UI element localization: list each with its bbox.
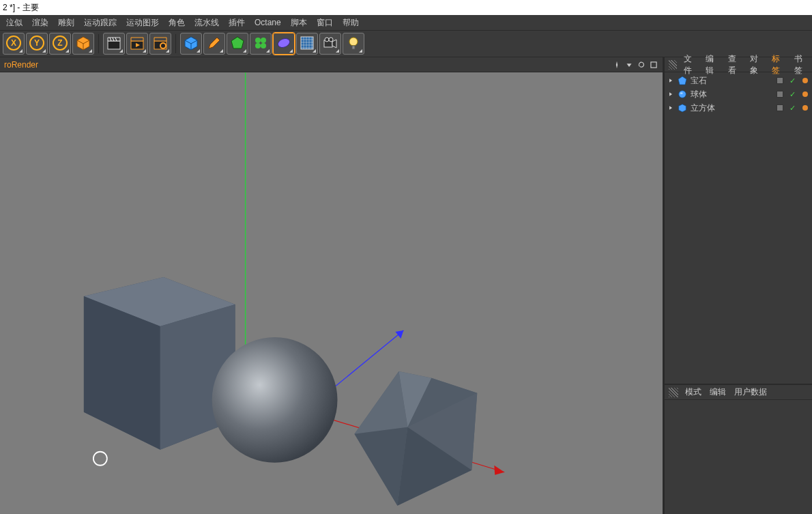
- dropdown-corner-icon: [220, 49, 223, 53]
- main-menubar: 泣似渲染雕刻运动跟踪运动图形角色流水线插件Octane脚本窗口帮助: [0, 15, 812, 30]
- menu-item-4[interactable]: 运动图形: [121, 16, 164, 30]
- svg-marker-19: [154, 38, 166, 41]
- object-row-gem[interactable]: 宝石✓: [665, 74, 812, 87]
- toolbar-button-bean-purple[interactable]: [273, 33, 295, 55]
- window-titlebar: 2 *] - 主要: [0, 0, 812, 15]
- svg-rect-31: [301, 37, 313, 49]
- menu-item-8[interactable]: Octane: [250, 16, 286, 29]
- svg-point-26: [255, 38, 261, 43]
- toolbar-group-2: [177, 33, 367, 55]
- svg-point-72: [680, 92, 683, 94]
- dropdown-corner-icon: [336, 49, 339, 53]
- toolbar-group-1: [100, 33, 174, 55]
- sphere-icon: [677, 89, 688, 100]
- toolbar-button-cube-orange[interactable]: [72, 33, 94, 55]
- right-panel: 文件编辑查看对象标签书签 宝石✓球体✓立方体✓ 模式编辑用户数据: [663, 57, 812, 514]
- panel-grip-icon[interactable]: [669, 388, 678, 397]
- toolbar-button-cube-blue[interactable]: [180, 33, 202, 55]
- dropdown-corner-icon: [19, 49, 23, 53]
- toolbar-separator: [98, 34, 99, 53]
- toolbar-button-polygon-green[interactable]: [227, 33, 248, 55]
- toolbar-button-axis-y[interactable]: Y: [26, 33, 48, 55]
- svg-marker-25: [231, 37, 244, 48]
- menu-item-5[interactable]: 角色: [164, 16, 190, 30]
- window-title: 2 *] - 主要: [3, 2, 39, 14]
- object-manager-panel: 文件编辑查看对象标签书签 宝石✓球体✓立方体✓: [665, 57, 812, 385]
- menu-item-7[interactable]: 插件: [224, 16, 250, 30]
- layer-swatch-icon[interactable]: [777, 104, 783, 111]
- maximize-icon[interactable]: [649, 60, 658, 70]
- scene-sphere[interactable]: [212, 337, 338, 463]
- dropdown-corner-icon: [197, 49, 200, 53]
- attribute-manager-body: [665, 400, 812, 514]
- svg-point-43: [329, 38, 333, 42]
- svg-point-30: [276, 37, 291, 48]
- dropdown-corner-icon: [266, 49, 270, 53]
- tag-dot-icon[interactable]: [802, 91, 808, 97]
- expand-icon[interactable]: [667, 91, 674, 97]
- dropdown-corner-icon: [359, 49, 362, 53]
- svg-point-28: [255, 43, 261, 48]
- layer-swatch-icon[interactable]: [777, 77, 783, 84]
- svg-marker-70: [669, 92, 672, 96]
- toolbar-button-clapper-basic[interactable]: [103, 33, 125, 55]
- dropdown-corner-icon: [119, 49, 123, 53]
- attr-menu-item[interactable]: 模式: [681, 385, 706, 399]
- dropdown-corner-icon: [66, 49, 69, 53]
- svg-marker-48: [638, 65, 640, 66]
- visibility-check-icon[interactable]: ✓: [789, 90, 796, 99]
- toolbar-button-pen[interactable]: [203, 33, 225, 55]
- menu-item-2[interactable]: 雕刻: [53, 16, 79, 30]
- menu-item-6[interactable]: 流水线: [190, 16, 224, 30]
- panel-grip-icon[interactable]: [669, 60, 677, 70]
- dropdown-corner-icon: [143, 49, 146, 53]
- down-icon[interactable]: [624, 60, 634, 70]
- object-list[interactable]: 宝石✓球体✓立方体✓: [665, 72, 812, 384]
- svg-marker-16: [131, 38, 143, 41]
- visibility-check-icon[interactable]: ✓: [789, 104, 796, 113]
- attr-menu-item[interactable]: 用户数据: [730, 385, 771, 399]
- object-row-cube[interactable]: 立方体✓: [665, 101, 812, 115]
- toolbar-button-clapper-play[interactable]: [126, 33, 148, 55]
- object-row-sphere[interactable]: 球体✓: [665, 87, 812, 101]
- svg-point-27: [261, 38, 266, 43]
- toolbar-button-video-camera[interactable]: [319, 33, 341, 55]
- attribute-manager-panel: 模式编辑用户数据: [665, 385, 812, 514]
- svg-marker-73: [669, 106, 672, 109]
- menu-item-0[interactable]: 泣似: [1, 16, 27, 30]
- toolbar-button-axis-z[interactable]: Z: [49, 33, 71, 55]
- visibility-check-icon[interactable]: ✓: [789, 76, 796, 85]
- viewport-titlebar: roRender: [0, 57, 663, 72]
- tag-dot-icon[interactable]: [802, 78, 808, 83]
- viewport-area: roRender: [0, 57, 663, 514]
- toolbar-group-0: XYZ: [0, 33, 97, 55]
- toolbar-button-lightbulb[interactable]: [343, 33, 364, 55]
- menu-item-9[interactable]: 脚本: [286, 16, 312, 30]
- tag-dot-icon[interactable]: [802, 105, 808, 111]
- expand-icon[interactable]: [667, 105, 674, 111]
- toolbar-button-axis-x[interactable]: X: [3, 33, 25, 55]
- menu-item-3[interactable]: 运动跟踪: [79, 16, 121, 30]
- attr-menu-item[interactable]: 编辑: [706, 385, 730, 399]
- dropdown-corner-icon: [289, 49, 293, 53]
- toolbar-button-clapper-gear[interactable]: [149, 33, 171, 55]
- toolbar-button-clover[interactable]: [250, 33, 272, 55]
- cube-icon: [677, 102, 688, 113]
- layer-swatch-icon[interactable]: [777, 91, 783, 98]
- toolbar-button-grid[interactable]: [296, 33, 318, 55]
- menu-item-10[interactable]: 窗口: [312, 16, 338, 30]
- toolbar-separator: [175, 34, 176, 53]
- menu-item-1[interactable]: 渲染: [27, 16, 53, 30]
- refresh-icon[interactable]: [637, 60, 646, 70]
- viewport-title-label: roRender: [4, 60, 38, 70]
- svg-marker-68: [669, 78, 672, 82]
- expand-icon[interactable]: [667, 78, 674, 83]
- dropdown-corner-icon: [89, 49, 92, 53]
- viewport-3d-canvas[interactable]: [0, 72, 663, 514]
- workspace: roRender: [0, 57, 812, 514]
- svg-rect-49: [651, 61, 656, 67]
- compass-icon[interactable]: [612, 60, 622, 70]
- menu-item-11[interactable]: 帮助: [338, 16, 364, 30]
- viewport-3d[interactable]: [0, 72, 663, 514]
- object-label: 球体: [691, 89, 715, 100]
